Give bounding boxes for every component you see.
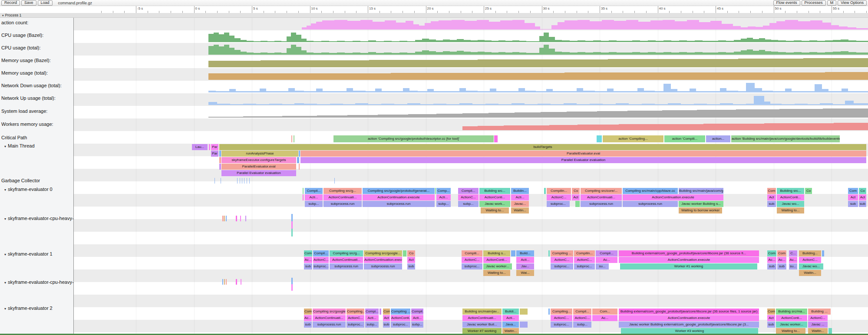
trace-event-bar[interactable]: Acti... <box>511 194 529 200</box>
trace-event-bar[interactable]: Javac wo... <box>799 263 823 269</box>
load-button[interactable]: Load <box>38 0 53 6</box>
trace-event-bar[interactable]: Compil... <box>458 188 479 194</box>
trace-event-bar[interactable]: Waitin... <box>511 207 529 213</box>
trace-event-bar[interactable]: Compiling... <box>551 309 572 315</box>
counter-chart-cpu-usage-bazel[interactable] <box>0 32 868 42</box>
trace-event-bar[interactable]: Ac... <box>304 315 312 321</box>
trace-event-bar[interactable] <box>520 322 528 328</box>
trace-event-bar[interactable]: subp... <box>573 322 591 328</box>
trace-event-bar[interactable]: Wai... <box>516 270 534 276</box>
trace-event-bar[interactable] <box>303 194 304 200</box>
trace-event-bar[interactable]: Compiling src/main/cpp/blaze.cc <box>623 188 678 194</box>
trace-event-bar[interactable]: Ac... <box>304 257 312 263</box>
trace-event-bar[interactable]: Worker #3 working <box>621 328 758 334</box>
trace-event-bar[interactable]: Co <box>572 188 580 194</box>
trace-event-bar[interactable]: C... <box>789 250 797 256</box>
trace-event-bar[interactable] <box>291 135 292 142</box>
trace-event-bar[interactable]: Co <box>407 250 415 256</box>
trace-event-bar[interactable] <box>219 151 221 157</box>
trace-event-bar[interactable] <box>299 164 300 170</box>
trace-event-bar[interactable]: Compil... <box>596 250 617 256</box>
trace-event-bar[interactable]: ActionConti... <box>479 194 510 200</box>
trace-event-bar[interactable]: Building src... <box>777 188 804 194</box>
trace-event-bar[interactable]: Buildin... <box>511 188 529 194</box>
counter-chart-system-load[interactable] <box>0 107 868 118</box>
trace-event-bar[interactable]: ActionContinuation.execute <box>619 315 759 321</box>
trace-event-bar[interactable]: sub <box>859 201 866 207</box>
trace-event-bar[interactable]: Acti... <box>436 194 451 200</box>
trace-event-bar[interactable]: su... <box>789 263 797 269</box>
trace-event-bar[interactable]: Javac worker... <box>483 263 512 269</box>
trace-event-bar[interactable]: Com <box>767 250 776 256</box>
trace-event-bar[interactable]: Com <box>777 250 786 256</box>
trace-event-bar[interactable] <box>303 188 304 194</box>
trace-event-bar[interactable]: subp... <box>365 322 379 328</box>
track-label-skyframe-evaluator-2[interactable]: ▾skyframe-evaluator 2 <box>4 305 53 312</box>
trace-event-bar[interactable] <box>520 309 528 315</box>
trace-event-bar[interactable]: Com <box>304 250 312 256</box>
trace-event-bar[interactable] <box>548 250 550 256</box>
trace-event-tick[interactable] <box>291 221 293 229</box>
trace-event-bar[interactable]: Compiling ... <box>391 309 410 315</box>
counter-chart-workers-memory[interactable] <box>0 120 868 130</box>
trace-event-bar[interactable]: sub <box>407 263 415 269</box>
track-label-skyframe-evaluator-cpu-heavy[interactable]: ▾skyframe-evaluator-cpu-heavy- <box>4 216 74 222</box>
trace-event-bar[interactable]: Acti... <box>411 315 423 321</box>
trace-event-bar[interactable]: Building external/com_google_protobuf/ja… <box>619 309 759 315</box>
trace-event-tick[interactable] <box>247 178 247 184</box>
trace-event-bar[interactable] <box>544 188 546 194</box>
trace-event-bar[interactable]: ActionC... <box>347 315 364 321</box>
trace-event-bar[interactable]: Compiling src/core/... <box>581 188 622 194</box>
trace-event-bar[interactable]: Com <box>767 188 776 194</box>
trace-event-bar[interactable]: subprocess.run <box>330 263 363 269</box>
trace-event-bar[interactable]: ActionC... <box>458 194 479 200</box>
trace-event-bar[interactable]: Waitin... <box>799 270 821 276</box>
trace-event-bar[interactable]: Acti... <box>365 315 379 321</box>
trace-event-bar[interactable]: Compiling src/google... <box>313 309 346 315</box>
time-ruler[interactable]: -5 s0 s5 s10 s15 s20 s25 s30 s35 s40 s45… <box>0 6 868 13</box>
trace-event-bar[interactable]: sub <box>848 201 858 207</box>
trace-event-bar[interactable]: ActionConti... <box>391 315 410 321</box>
trace-event-bar[interactable]: Java... <box>502 322 519 328</box>
counter-chart-cpu-usage-total[interactable] <box>0 44 868 55</box>
trace-event-bar[interactable]: ActionC... <box>799 257 821 263</box>
trace-event-bar[interactable]: ActionC... <box>551 257 573 263</box>
trace-event-bar[interactable]: action 'Compiling src/google/protobuf/de… <box>333 135 494 142</box>
trace-event-bar[interactable]: Acti... <box>305 194 323 200</box>
trace-event-bar[interactable]: Compiling src/g... <box>330 250 363 256</box>
trace-event-bar[interactable]: Compi... <box>365 309 379 315</box>
trace-event-bar[interactable] <box>209 144 210 150</box>
trace-event-bar[interactable]: Act <box>848 194 858 200</box>
trace-event-bar[interactable]: subp... <box>305 201 323 207</box>
trace-event-bar[interactable]: Building ... <box>808 309 831 315</box>
trace-event-bar[interactable]: Compiling... <box>347 309 364 315</box>
trace-event-bar[interactable]: ActionContinuation.execute <box>623 194 723 200</box>
trace-event-bar[interactable]: Compiling ... <box>551 250 573 256</box>
trace-event-bar[interactable]: Waiting to... <box>483 270 510 276</box>
trace-event-tick[interactable] <box>291 229 293 236</box>
counter-chart-memory-usage-bazel[interactable] <box>0 57 868 67</box>
trace-event-bar[interactable]: Par <box>211 151 218 157</box>
trace-event-bar[interactable]: ActionConti... <box>777 194 804 200</box>
trace-event-bar[interactable]: Building src/main/jav... <box>462 309 502 315</box>
trace-event-bar[interactable]: Co <box>805 188 812 194</box>
trace-event-bar[interactable]: Javac worker Building s... <box>679 201 723 207</box>
trace-event-tick[interactable] <box>215 178 215 184</box>
trace-event-bar[interactable]: Worker #1 working <box>620 263 757 269</box>
counter-chart-network-down[interactable] <box>0 82 868 92</box>
trace-event-tick[interactable] <box>236 216 237 221</box>
flow-events-button[interactable]: Flow events <box>773 0 800 6</box>
trace-event-bar[interactable]: Compil... <box>313 250 329 256</box>
trace-event-bar[interactable]: action 'Compiling... <box>603 135 663 142</box>
trace-event-bar[interactable]: Act <box>407 257 415 263</box>
trace-event-bar[interactable]: subprocess.run <box>364 263 402 269</box>
trace-event-bar[interactable]: action 'Compili... <box>664 135 705 142</box>
trace-event-bar[interactable]: subp... <box>458 201 479 207</box>
trace-event-bar[interactable]: subprocess.run <box>323 201 362 207</box>
trace-event-bar[interactable] <box>294 135 294 142</box>
trace-event-bar[interactable]: Com <box>383 309 390 315</box>
trace-event-bar[interactable]: ParallelEvaluator.eval <box>300 151 866 157</box>
trace-event-bar[interactable]: Ac... <box>777 257 786 263</box>
trace-event-tick[interactable] <box>236 279 237 285</box>
trace-event-bar[interactable]: subprocess.run <box>623 201 678 207</box>
